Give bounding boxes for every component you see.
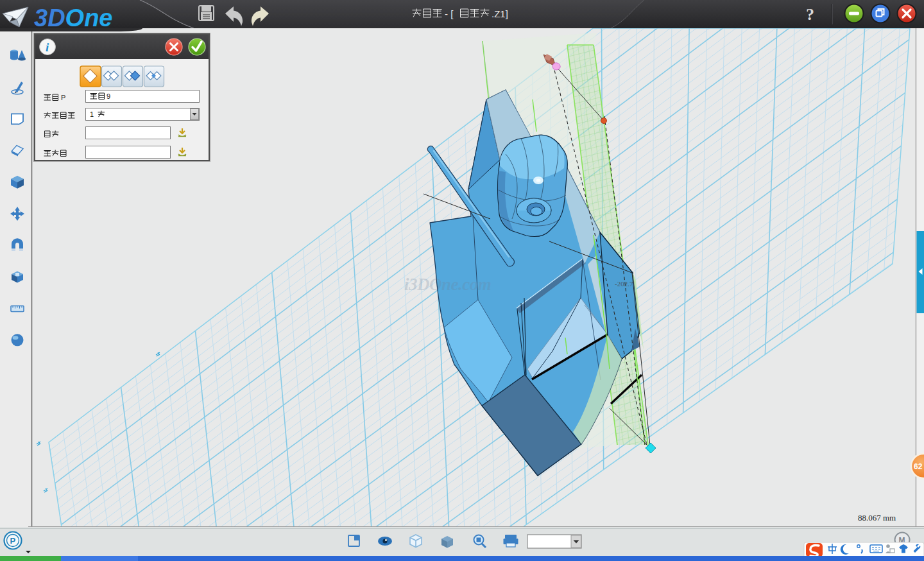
svg-text:P: P (61, 94, 65, 101)
svg-text:i: i (46, 40, 49, 54)
svg-text:3DOne: 3DOne (34, 4, 112, 28)
svg-text:.Z1]: .Z1] (492, 8, 508, 19)
svg-text:-202.7: -202.7 (615, 280, 633, 288)
svg-text:i3DOne.com: i3DOne.com (404, 275, 491, 294)
svg-text:88.067 mm: 88.067 mm (858, 513, 896, 522)
svg-text:- [: - [ (445, 8, 454, 19)
svg-text:?: ? (806, 5, 814, 24)
svg-text:9: 9 (107, 92, 110, 100)
svg-text:62: 62 (914, 462, 923, 471)
svg-text:P: P (10, 536, 16, 546)
svg-text:1: 1 (90, 110, 94, 118)
